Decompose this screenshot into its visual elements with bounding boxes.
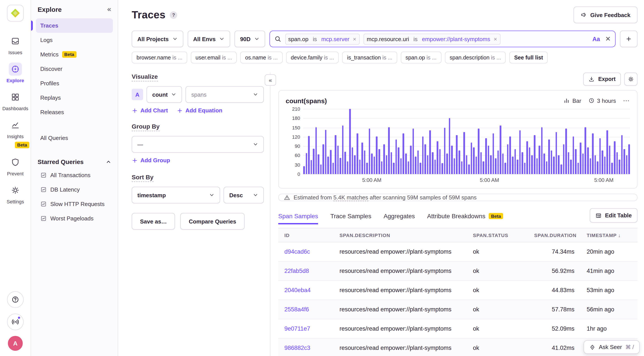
chart-bar[interactable] [512, 157, 514, 174]
remove-token-icon[interactable]: × [352, 36, 359, 42]
chart-bar[interactable] [541, 127, 542, 174]
chart-bar[interactable] [548, 140, 550, 174]
chart-bar[interactable] [618, 160, 620, 174]
sidebar-item-logs[interactable]: Logs [36, 33, 113, 47]
date-range-selector[interactable]: 90D [234, 30, 265, 47]
chart-bar[interactable] [374, 157, 375, 174]
chart-bar[interactable] [529, 148, 530, 174]
case-sensitivity-toggle[interactable]: Aa [592, 36, 600, 42]
span-id-link[interactable]: 986882c3 [284, 345, 310, 351]
chart-bar[interactable] [572, 136, 574, 174]
chart-bar[interactable] [337, 146, 338, 174]
add-chart-button[interactable]: Add Chart [132, 107, 168, 114]
chart-bar[interactable] [560, 164, 562, 174]
sidebar-item-db-latency[interactable]: DB Latency [36, 182, 113, 197]
project-selector[interactable]: All Projects [132, 30, 183, 47]
chart-bar[interactable] [544, 154, 545, 174]
add-query-button[interactable] [620, 30, 638, 47]
chart-bar[interactable] [594, 155, 596, 174]
chart-bar[interactable] [624, 149, 625, 174]
chart-bar[interactable] [362, 143, 363, 174]
chart-bar[interactable] [393, 163, 394, 174]
chart-bar[interactable] [492, 134, 494, 174]
span-id-link[interactable]: 22fab5d8 [284, 268, 309, 274]
chart-bar[interactable] [396, 140, 397, 174]
chart-bar[interactable] [614, 141, 615, 174]
chart-bar[interactable] [390, 152, 392, 174]
chart-bar[interactable] [585, 127, 586, 174]
rail-item-issues[interactable]: Issues [0, 31, 30, 56]
sort-field-select[interactable]: timestamp [132, 187, 220, 203]
chart-bar[interactable] [422, 136, 424, 174]
chart-bar[interactable] [335, 135, 336, 174]
field-select[interactable]: spans [186, 86, 264, 103]
chart-bar[interactable] [410, 146, 412, 174]
table-row[interactable]: 9e0711e7resources/read empower://plant-s… [278, 319, 638, 338]
chart-bar[interactable] [340, 158, 341, 174]
chart-bar[interactable] [308, 136, 310, 174]
timestamp-link[interactable]: 53min ago [587, 287, 614, 294]
chart-bar[interactable] [303, 166, 305, 174]
rail-item-settings[interactable]: Settings [0, 180, 30, 205]
chart-bar[interactable] [490, 155, 492, 174]
chart-bar[interactable] [473, 148, 475, 174]
table-row[interactable]: 22fab5d8resources/read empower://plant-s… [278, 262, 638, 281]
column-header-span-status[interactable]: SPAN.STATUS [467, 232, 528, 238]
chart-bar[interactable] [553, 157, 555, 174]
search-input[interactable]: span.opismcp.server×mcp.resource.uriisem… [269, 30, 616, 47]
chart-bar[interactable] [318, 154, 320, 174]
chart-bar[interactable] [556, 132, 557, 174]
chart-type-selector[interactable]: Bar [564, 97, 581, 104]
sidebar-item-all-transactions[interactable]: All Transactions [36, 168, 113, 182]
rail-item-insights[interactable]: InsightsBeta [0, 115, 30, 149]
collapse-query-panel-button[interactable]: « [265, 74, 276, 86]
timestamp-link[interactable]: 1hr ago [587, 326, 607, 332]
suggestion-chip-user-email[interactable]: user.email is ... [191, 52, 237, 64]
matches-link[interactable]: 5.4K matches [334, 194, 368, 201]
chart-bar[interactable] [568, 152, 569, 174]
filter-token[interactable]: mcp.resource.uriisempower://plant-sympto… [364, 34, 500, 44]
sidebar-item-slow-http-requests[interactable]: Slow HTTP Requests [36, 197, 113, 211]
chart-bar[interactable] [415, 157, 416, 174]
chart-bar[interactable] [408, 162, 409, 174]
span-id-link[interactable]: 2040eba4 [284, 287, 310, 294]
chart-bar[interactable] [507, 144, 508, 174]
chart-bar[interactable] [328, 157, 329, 174]
timestamp-link[interactable]: 41min ago [587, 268, 614, 274]
chart-bar[interactable] [514, 149, 516, 174]
chart-bar[interactable] [536, 158, 538, 174]
sidebar-item-traces[interactable]: Traces [36, 18, 113, 33]
sidebar-item-profiles[interactable]: Profiles [36, 76, 113, 90]
sidebar-item-metrics[interactable]: MetricsBeta [36, 47, 113, 62]
whats-new-button[interactable] [7, 314, 24, 330]
chart-bar[interactable] [597, 162, 598, 174]
chart-bar[interactable] [366, 163, 368, 174]
column-header-span-description[interactable]: SPAN.DESCRIPTION [334, 232, 467, 238]
rail-item-dashboards[interactable]: Dashboards [0, 87, 30, 112]
tab-attribute-breakdowns[interactable]: Attribute BreakdownsBeta [427, 212, 503, 224]
chart-bar[interactable] [364, 150, 365, 174]
chart-bar[interactable] [439, 149, 440, 174]
chart-bar[interactable] [432, 152, 433, 174]
chart-bar[interactable] [498, 150, 499, 174]
chart-bar[interactable] [551, 150, 552, 174]
chart-bar[interactable] [485, 138, 487, 174]
sidebar-item-replays[interactable]: Replays [36, 90, 113, 105]
chart-bar[interactable] [575, 149, 576, 174]
span-id-link[interactable]: 2558a4f6 [284, 306, 309, 313]
chart-bar[interactable] [609, 146, 610, 174]
chart-bar[interactable] [476, 157, 477, 174]
chart-bar[interactable] [565, 129, 567, 174]
chart-bar[interactable] [502, 154, 504, 174]
chart-bar[interactable] [405, 154, 407, 174]
suggestion-chip-device-family[interactable]: device.family is ... [286, 52, 338, 64]
chart-bar[interactable] [616, 152, 618, 174]
chart-bar[interactable] [424, 144, 426, 174]
chart-bar[interactable] [587, 148, 589, 174]
chart-bar[interactable] [546, 162, 547, 174]
filter-token[interactable]: span.opismcp.server× [285, 34, 360, 44]
chart-bar[interactable] [505, 163, 506, 174]
chart-bar[interactable] [468, 164, 470, 174]
remove-token-icon[interactable]: × [493, 36, 500, 42]
chart-bar[interactable] [356, 134, 358, 174]
